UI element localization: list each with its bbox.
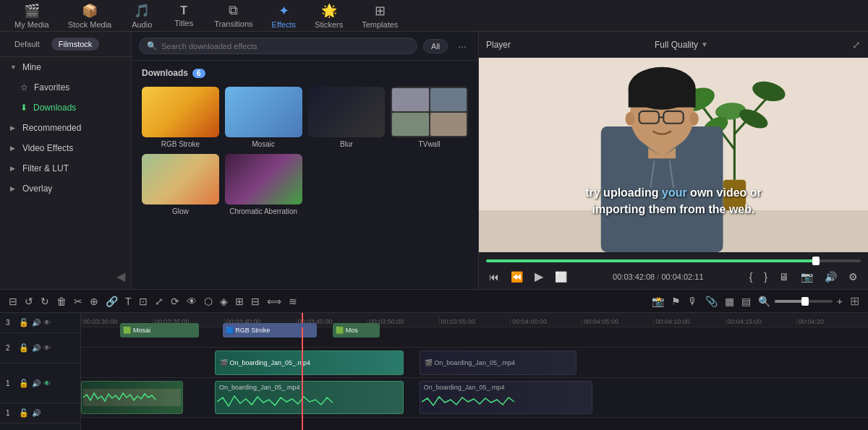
quality-selector[interactable]: Full Quality ▼ xyxy=(655,40,708,50)
zoom-slider[interactable] xyxy=(775,300,833,303)
mask-btn[interactable]: ⬡ xyxy=(201,294,216,309)
mic-btn[interactable]: 🎙 xyxy=(685,294,701,309)
copy-btn[interactable]: ⊕ xyxy=(87,294,101,309)
filter-all-btn[interactable]: All xyxy=(423,39,448,53)
timeline-ruler: 00:03:30:00 00:03:35:00 00:03:40:00 00:0… xyxy=(81,313,868,327)
more-options-btn[interactable]: ··· xyxy=(454,39,471,53)
nav-audio[interactable]: 🎵 Audio xyxy=(122,0,162,32)
effect-item-glow[interactable]: Glow xyxy=(142,154,219,215)
lock2-icon[interactable]: 🔓 xyxy=(19,343,29,353)
bracket-right-btn[interactable]: } xyxy=(761,270,770,284)
left-panel: Default Filmstock ▼ Mine ☆ Favorites ⬇ D… xyxy=(0,32,132,289)
sidebar-item-recommended[interactable]: ▶ Recommended xyxy=(0,118,131,138)
speaker-audio-icon[interactable]: 🔊 xyxy=(32,409,41,417)
screenshot-btn[interactable]: 📷 xyxy=(798,270,816,284)
cut-btn[interactable]: ✂ xyxy=(71,294,85,309)
track-row-audio xyxy=(81,418,868,430)
sidebar-item-video-effects[interactable]: ▶ Video Effects xyxy=(0,138,131,158)
sidebar-item-filter-lut[interactable]: ▶ Filter & LUT xyxy=(0,158,131,179)
crop-btn[interactable]: ⬜ xyxy=(552,270,570,284)
tracks-rows: 🟩 Mosai 🟦 RGB Stroke 🟩 Mos 🎬 On_boarding… xyxy=(81,327,868,430)
main-clip-left[interactable] xyxy=(81,381,183,414)
tracks-scroll[interactable]: 00:03:30:00 00:03:35:00 00:03:40:00 00:0… xyxy=(81,313,868,430)
eye1-track-icon[interactable]: 👁 xyxy=(43,379,51,387)
eye-btn[interactable]: 👁 xyxy=(184,294,200,309)
lock1-icon[interactable]: 🔓 xyxy=(19,379,29,388)
player-expand-icon[interactable]: ⤢ xyxy=(852,39,861,51)
lock-audio-icon[interactable]: 🔓 xyxy=(19,408,29,418)
grid-tl-btn[interactable]: ▦ xyxy=(722,294,737,309)
trim-btn[interactable]: ⊟ xyxy=(248,294,263,309)
play-btn[interactable]: ▶ xyxy=(532,268,546,285)
crop-tl-btn[interactable]: ⊡ xyxy=(136,294,150,309)
clip-waveform-right xyxy=(422,392,590,412)
zoom-in-btn[interactable]: + xyxy=(834,294,846,309)
list-btn[interactable]: ▤ xyxy=(739,294,754,309)
skip-back-btn[interactable]: ⏮ xyxy=(486,270,502,284)
redo-btn[interactable]: ↻ xyxy=(38,294,52,309)
clip-mosaic[interactable]: 🟩 Mosai xyxy=(120,323,199,337)
sidebar-item-favorites[interactable]: ☆ Favorites xyxy=(0,77,131,98)
effect-item-mosaic[interactable]: Mosaic xyxy=(225,87,302,148)
tab-filmstock[interactable]: Filmstock xyxy=(51,38,99,51)
nav-stickers[interactable]: 🌟 Stickers xyxy=(306,0,352,32)
rotate-btn[interactable]: ⟳ xyxy=(168,294,182,309)
eye-track-icon[interactable]: 👁 xyxy=(43,319,51,327)
collapse-sidebar-btn[interactable]: ◀ xyxy=(116,270,125,283)
track-row-3: 🟩 Mosai 🟦 RGB Stroke 🟩 Mos xyxy=(81,327,868,348)
clip-rgb-stroke[interactable]: 🟦 RGB Stroke xyxy=(223,323,318,337)
main-clip-mid[interactable]: On_boarding_Jan_05_.mp4 xyxy=(215,381,404,414)
cam-btn[interactable]: 📸 xyxy=(649,294,667,309)
progress-handle[interactable] xyxy=(812,257,820,265)
sidebar-item-overlay[interactable]: ▶ Overlay xyxy=(0,179,131,199)
link-btn[interactable]: 🔗 xyxy=(103,294,121,309)
speaker2-icon[interactable]: 🔊 xyxy=(32,344,41,352)
resize-btn[interactable]: ⤢ xyxy=(152,294,166,309)
effect-item-chromatic[interactable]: Chromatic Aberration xyxy=(225,154,302,215)
nav-titles[interactable]: T Titles xyxy=(163,1,204,30)
zoom-handle[interactable] xyxy=(801,297,809,306)
search-box[interactable]: 🔍 xyxy=(139,38,417,54)
lock-icon[interactable]: 🔓 xyxy=(19,318,29,327)
sidebar-item-downloads[interactable]: ⬇ Downloads xyxy=(0,98,131,118)
search-input[interactable] xyxy=(161,42,409,51)
clip-mos2[interactable]: 🟩 Mos xyxy=(333,323,380,337)
nav-stock-media[interactable]: 📦 Stock Media xyxy=(59,0,121,32)
monitor-btn[interactable]: 🖥 xyxy=(776,270,792,284)
mine-header[interactable]: ▼ Mine xyxy=(0,57,131,77)
clip-btn[interactable]: 📎 xyxy=(702,294,720,309)
nav-transitions[interactable]: ⧉ Transitions xyxy=(205,0,261,31)
eye2-track-icon[interactable]: 👁 xyxy=(43,344,51,352)
nav-effects[interactable]: ✦ Effects xyxy=(263,0,305,32)
flag-btn[interactable]: ⚑ xyxy=(668,294,684,309)
snap-btn[interactable]: ⊞ xyxy=(232,294,247,309)
nav-my-media[interactable]: 🎬 My Media xyxy=(6,0,58,32)
settings-btn[interactable]: ⚙ xyxy=(846,270,861,284)
main-clip-right[interactable]: On_boarding_Jan_05_.mp4 xyxy=(420,381,592,414)
video-clip-mid[interactable]: 🎬 On_boarding_Jan_05_.mp4 xyxy=(215,351,404,375)
video-clip-right[interactable]: 🎬 On_boarding_Jan_05_.mp4 xyxy=(420,351,577,375)
speaker1-icon[interactable]: 🔊 xyxy=(32,379,41,387)
effect-item-blur[interactable]: Blur xyxy=(308,87,386,148)
effect-item-rgb-stroke[interactable]: RGB Stroke xyxy=(142,87,219,148)
clip-label-mid: On_boarding_Jan_05_.mp4 xyxy=(217,383,401,392)
audio-btn[interactable]: 🔊 xyxy=(822,270,840,284)
split-btn[interactable]: ⊟ xyxy=(6,294,20,309)
progress-fill xyxy=(486,259,816,262)
split2-btn[interactable]: ⟺ xyxy=(264,294,284,309)
text-btn[interactable]: T xyxy=(122,294,135,309)
undo-btn[interactable]: ↺ xyxy=(22,294,36,309)
bracket-left-btn[interactable]: { xyxy=(746,270,756,284)
speaker-icon[interactable]: 🔊 xyxy=(32,319,41,327)
zoom-out-btn[interactable]: 🔍 xyxy=(755,294,773,309)
grid-view-icon[interactable]: ⊞ xyxy=(847,294,862,308)
timeline-toolbar: ⊟ ↺ ↻ 🗑 ✂ ⊕ 🔗 T ⊡ ⤢ ⟳ 👁 ⬡ ◈ ⊞ ⊟ ⟺ ≋ 📸 ⚑ … xyxy=(0,290,868,313)
step-back-btn[interactable]: ⏪ xyxy=(508,270,526,284)
progress-bar[interactable] xyxy=(486,259,861,262)
effect-item-tvwall[interactable]: TVwall xyxy=(391,87,468,148)
ai-btn[interactable]: ◈ xyxy=(217,294,231,309)
tab-default[interactable]: Default xyxy=(7,38,47,51)
delete-btn[interactable]: 🗑 xyxy=(54,294,69,309)
wave-btn[interactable]: ≋ xyxy=(286,294,300,309)
nav-templates[interactable]: ⊞ Templates xyxy=(353,0,407,32)
